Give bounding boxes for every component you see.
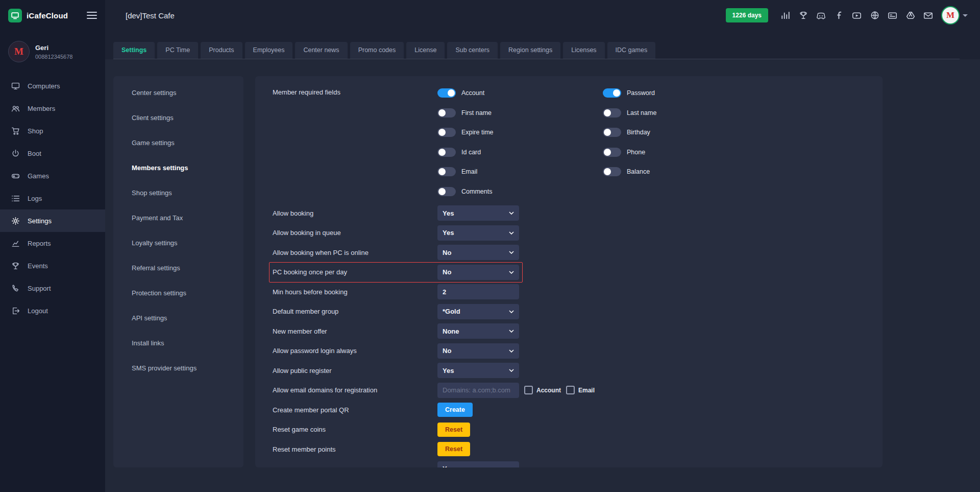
sidebar-item-games[interactable]: Games: [0, 165, 105, 187]
toggle-switch[interactable]: [437, 108, 456, 118]
license-days-badge[interactable]: 1226 days: [726, 8, 768, 22]
sidebar-item-label: Boot: [28, 150, 41, 157]
trophy-icon[interactable]: [798, 10, 808, 21]
allow-public-register-select[interactable]: Yes: [437, 363, 519, 378]
tab-promo-codes[interactable]: Promo codes: [350, 42, 404, 59]
discord-icon[interactable]: [816, 10, 826, 21]
toggle-expire-time[interactable]: Expire time: [437, 128, 603, 137]
row-allow-booking-pc-online: Allow booking when PC is online No: [273, 243, 867, 263]
sidebar-item-reports[interactable]: Reports: [0, 232, 105, 254]
settings-nav-shop[interactable]: Shop settings: [113, 180, 243, 205]
toggle-birthday[interactable]: Birthday: [603, 128, 768, 137]
reset-member-points-button[interactable]: Reset: [437, 442, 470, 456]
settings-nav-center[interactable]: Center settings: [113, 80, 243, 105]
new-member-offer-select[interactable]: None: [437, 323, 519, 339]
allow-password-login-always-select[interactable]: No: [437, 343, 519, 359]
tab-region-settings[interactable]: Region settings: [500, 42, 560, 59]
account-checkbox[interactable]: [524, 386, 533, 394]
allow-booking-select[interactable]: Yes: [437, 205, 519, 221]
tab-license[interactable]: License: [406, 42, 445, 59]
sidebar-item-members[interactable]: Members: [0, 97, 105, 120]
mail-icon[interactable]: [923, 10, 934, 21]
create-qr-button[interactable]: Create: [437, 403, 473, 417]
email-domains-input[interactable]: [437, 383, 519, 398]
toggle-email[interactable]: Email: [437, 167, 603, 176]
email-checkbox[interactable]: [566, 386, 575, 394]
settings-nav-client[interactable]: Client settings: [113, 105, 243, 130]
default-member-group-select[interactable]: *Gold: [437, 304, 519, 319]
pc-booking-once-per-day-select[interactable]: No: [437, 265, 519, 280]
sidebar-item-label: Games: [28, 172, 49, 180]
facebook-icon[interactable]: [834, 10, 844, 21]
settings-nav-loyalty[interactable]: Loyalty settings: [113, 230, 243, 255]
toggle-switch[interactable]: [437, 187, 456, 196]
stats-icon[interactable]: [780, 10, 791, 21]
toggle-switch[interactable]: [437, 128, 456, 137]
toggle-id-card[interactable]: Id card: [437, 148, 603, 157]
settings-nav-payment-tax[interactable]: Payment and Tax: [113, 205, 243, 230]
tab-pc-time[interactable]: PC Time: [157, 42, 198, 59]
tab-center-news[interactable]: Center news: [295, 42, 347, 59]
youtube-icon[interactable]: [851, 10, 862, 21]
chevron-down-icon: [509, 330, 514, 333]
power-icon: [11, 149, 20, 158]
toggle-switch[interactable]: [603, 108, 621, 118]
tabs: Settings PC Time Products Employees Cent…: [113, 42, 960, 59]
sidebar-item-computers[interactable]: Computers: [0, 75, 105, 97]
reset-game-coins-button[interactable]: Reset: [437, 423, 470, 437]
brand-link[interactable]: iCafeCloud: [8, 9, 68, 22]
tab-idc-games[interactable]: IDC games: [607, 42, 656, 59]
row-allow-email-domains: Allow email domains for registration Acc…: [273, 381, 867, 401]
toggle-switch[interactable]: [603, 167, 621, 176]
toggle-account[interactable]: Account: [437, 88, 603, 98]
globe-icon[interactable]: [869, 10, 880, 21]
toggle-switch[interactable]: [437, 88, 456, 98]
sidebar-item-logout[interactable]: Logout: [0, 299, 105, 322]
toggle-switch[interactable]: [437, 167, 456, 176]
toggle-switch[interactable]: [437, 148, 456, 157]
settings-nav-sms-provider[interactable]: SMS provider settings: [113, 356, 243, 381]
toggle-password[interactable]: Password: [603, 88, 768, 98]
sidebar-item-settings[interactable]: Settings: [0, 209, 105, 232]
tab-sub-centers[interactable]: Sub centers: [447, 42, 498, 59]
partial-select[interactable]: Yes: [437, 461, 519, 467]
chevron-down-icon: [963, 14, 968, 17]
tab-settings[interactable]: Settings: [113, 42, 155, 59]
toggle-first-name[interactable]: First name: [437, 108, 603, 118]
highlight-box: PC booking once per day No: [269, 262, 523, 283]
user-block[interactable]: M Geri 008812345678: [0, 31, 105, 75]
user-id: 008812345678: [35, 54, 72, 60]
sidebar-item-boot[interactable]: Boot: [0, 142, 105, 165]
sidebar-item-logs[interactable]: Logs: [0, 187, 105, 209]
toggle-switch[interactable]: [603, 128, 621, 137]
settings-nav-protection[interactable]: Protection settings: [113, 280, 243, 306]
avatar[interactable]: M: [941, 6, 960, 25]
sidebar-item-shop[interactable]: Shop: [0, 120, 105, 142]
toggle-balance[interactable]: Balance: [603, 167, 768, 176]
sidebar-item-label: Reports: [28, 240, 51, 247]
settings-nav-api[interactable]: API settings: [113, 306, 243, 331]
tab-products[interactable]: Products: [201, 42, 242, 59]
settings-nav-game[interactable]: Game settings: [113, 130, 243, 155]
allow-booking-in-queue-select[interactable]: Yes: [437, 225, 519, 241]
drive-icon[interactable]: [905, 10, 916, 21]
id-card-icon[interactable]: [887, 10, 898, 21]
profile-menu[interactable]: M: [941, 6, 968, 25]
topbar-icons: [780, 10, 934, 21]
toggle-last-name[interactable]: Last name: [603, 108, 768, 118]
tab-licenses[interactable]: Licenses: [563, 42, 604, 59]
tab-employees[interactable]: Employees: [245, 42, 293, 59]
settings-nav-install-links[interactable]: Install links: [113, 331, 243, 356]
toggle-switch[interactable]: [603, 148, 621, 157]
toggle-switch[interactable]: [603, 88, 621, 98]
chevron-down-icon: [509, 251, 514, 254]
settings-nav-referral[interactable]: Referral settings: [113, 255, 243, 280]
toggle-comments[interactable]: Comments: [437, 187, 603, 196]
min-hours-before-booking-input[interactable]: [437, 284, 519, 299]
sidebar-item-events[interactable]: Events: [0, 254, 105, 277]
sidebar-item-support[interactable]: Support: [0, 277, 105, 299]
toggle-phone[interactable]: Phone: [603, 148, 768, 157]
allow-booking-pc-online-select[interactable]: No: [437, 245, 519, 260]
menu-toggle-icon[interactable]: [87, 12, 97, 19]
settings-nav-members[interactable]: Members settings: [113, 155, 243, 180]
